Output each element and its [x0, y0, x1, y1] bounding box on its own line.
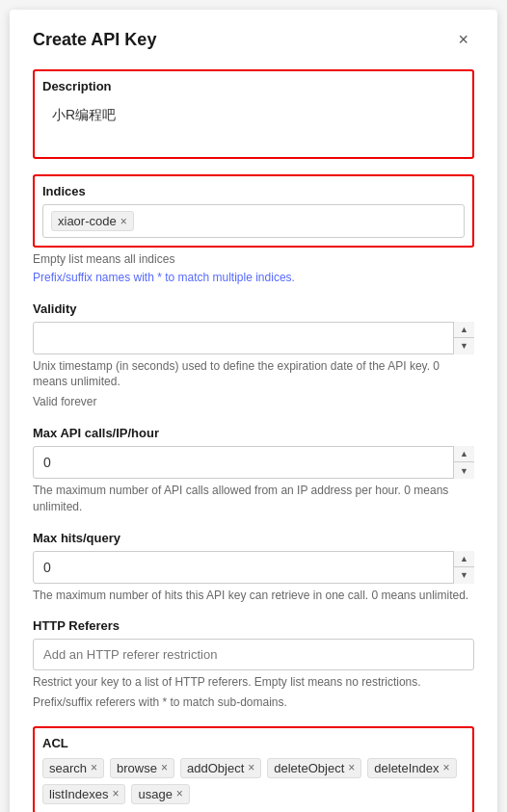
acl-tag-listIndexes: listIndexes × [42, 784, 125, 804]
acl-tag-search-remove[interactable]: × [91, 762, 97, 773]
acl-tag-deleteObject: deleteObject × [267, 758, 361, 778]
acl-tag-usage: usage × [131, 784, 189, 804]
max-api-calls-input[interactable] [33, 446, 474, 479]
http-referers-label: HTTP Referers [33, 618, 474, 633]
max-hits-spin-buttons: ▲ ▼ [453, 551, 474, 584]
description-section: Description 小R编程吧 [33, 69, 474, 159]
max-hits-helper: The maximum number of hits this API key … [33, 588, 474, 604]
modal-title: Create API Key [33, 30, 156, 50]
http-referers-helper1: Restrict your key to a list of HTTP refe… [33, 674, 474, 691]
http-referers-section: HTTP Referers Restrict your key to a lis… [33, 618, 474, 711]
max-hits-input-wrapper: ▲ ▼ [33, 551, 474, 584]
validity-spin-buttons: ▲ ▼ [453, 322, 474, 354]
max-api-calls-section: Max API calls/IP/hour ▲ ▼ The maximum nu… [33, 426, 474, 515]
acl-tag-usage-remove[interactable]: × [176, 788, 183, 799]
index-tag-remove[interactable]: × [120, 216, 127, 227]
acl-tag-deleteIndex-remove[interactable]: × [443, 762, 450, 773]
acl-tag-addObject: addObject × [180, 758, 261, 778]
max-api-calls-input-wrapper: ▲ ▼ [33, 446, 474, 479]
acl-tag-browse-label: browse [117, 761, 157, 775]
acl-tag-addObject-remove[interactable]: × [248, 762, 254, 773]
acl-label: ACL [42, 736, 465, 750]
max-hits-spin-down[interactable]: ▼ [454, 567, 474, 584]
acl-tag-deleteObject-label: deleteObject [274, 761, 344, 775]
http-referers-helper2: Prefix/suffix referers with * to match s… [33, 694, 474, 711]
acl-tag-search-label: search [49, 761, 87, 775]
acl-tag-addObject-label: addObject [187, 761, 244, 775]
max-api-calls-label: Max API calls/IP/hour [33, 426, 474, 440]
index-tag-xiaor-code: xiaor-code × [51, 211, 134, 231]
max-hits-label: Max hits/query [33, 531, 474, 545]
acl-tag-deleteObject-remove[interactable]: × [348, 762, 355, 773]
validity-spin-up[interactable]: ▲ [454, 322, 474, 339]
validity-helper1: Unix timestamp (in seconds) used to defi… [33, 358, 474, 391]
indices-section: Indices xiaor-code × Empty list means al… [33, 174, 474, 286]
acl-tag-search: search × [42, 758, 104, 778]
max-hits-spin-up[interactable]: ▲ [454, 551, 474, 568]
modal-header: Create API Key × [33, 29, 474, 50]
acl-tag-usage-label: usage [138, 787, 172, 801]
validity-helper2: Valid forever [33, 394, 474, 410]
validity-input-wrapper: ▲ ▼ [33, 322, 474, 354]
description-input[interactable]: 小R编程吧 [42, 99, 465, 145]
validity-input[interactable] [33, 322, 474, 354]
max-api-calls-spin-down[interactable]: ▼ [454, 462, 474, 479]
description-label: Description [42, 79, 465, 93]
acl-tag-browse: browse × [110, 758, 174, 778]
max-api-calls-helper: The maximum number of API calls allowed … [33, 483, 474, 515]
indices-tag-input[interactable]: xiaor-code × [42, 204, 465, 238]
close-button[interactable]: × [452, 29, 474, 50]
max-api-calls-spin-buttons: ▲ ▼ [453, 446, 474, 479]
acl-tag-listIndexes-label: listIndexes [49, 787, 108, 801]
validity-label: Validity [33, 301, 474, 316]
max-hits-input[interactable] [33, 551, 474, 584]
indices-helper1: Empty list means all indices [33, 251, 474, 268]
acl-tag-deleteIndex: deleteIndex × [367, 758, 456, 778]
acl-tag-input[interactable]: search × browse × addObject × deleteObje… [42, 758, 465, 804]
validity-spin-down[interactable]: ▼ [454, 338, 474, 354]
indices-label: Indices [42, 184, 465, 198]
max-hits-section: Max hits/query ▲ ▼ The maximum number of… [33, 531, 474, 604]
acl-section: ACL search × browse × addObject × delete… [33, 726, 474, 812]
http-referers-input[interactable] [33, 639, 474, 670]
index-tag-label: xiaor-code [58, 214, 117, 228]
acl-tag-browse-remove[interactable]: × [161, 762, 168, 773]
create-api-key-modal: Create API Key × Description 小R编程吧 Indic… [10, 10, 497, 812]
max-api-calls-spin-up[interactable]: ▲ [454, 446, 474, 463]
acl-tag-deleteIndex-label: deleteIndex [374, 761, 439, 775]
indices-helper2: Prefix/suffix names with * to match mult… [33, 270, 474, 286]
acl-tag-listIndexes-remove[interactable]: × [112, 788, 119, 799]
validity-section: Validity ▲ ▼ Unix timestamp (in seconds)… [33, 301, 474, 410]
